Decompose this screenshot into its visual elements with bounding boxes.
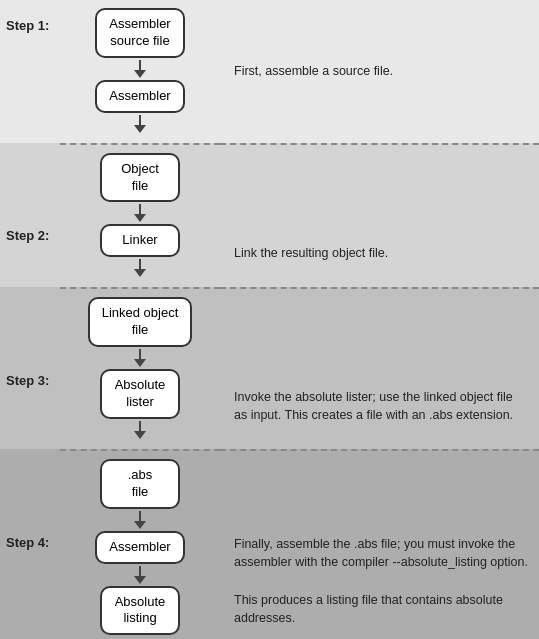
- linked-obj-file-flow: Linked objectfile: [60, 287, 220, 369]
- step3-divider-desc: [220, 287, 539, 369]
- step4-label: Step 4:: [0, 531, 60, 639]
- step2-label: Step 2:: [0, 224, 60, 287]
- arrow4: [134, 259, 146, 277]
- step4-description: Finally, assemble the .abs file; you mus…: [220, 531, 539, 639]
- divider-line-2b: [220, 287, 539, 289]
- absolute-listing-box: Absolutelisting: [100, 586, 180, 636]
- arrow1: [134, 60, 146, 78]
- step3-label: Step 3:: [0, 369, 60, 449]
- arrow2: [134, 115, 146, 133]
- step1-label: Step 1:: [0, 0, 60, 143]
- arrow6: [134, 421, 146, 439]
- assembler-box-1: Assembler: [95, 80, 184, 113]
- step4-label-spacer: [0, 449, 60, 531]
- step2-section: Step 2: Linker Link the resulting object…: [0, 224, 539, 287]
- step2-description: Link the resulting object file.: [220, 224, 539, 287]
- divider-line-1b: [220, 143, 539, 145]
- step3-flow: Absolutelister: [60, 369, 220, 449]
- diagram-container: Step 1: Assemblersource file Assembler F…: [0, 0, 539, 639]
- step2-step3-divider-region: Linked objectfile: [0, 287, 539, 369]
- step1-step2-divider-region: Objectfile: [0, 143, 539, 225]
- arrow8: [134, 566, 146, 584]
- absolute-lister-box: Absolutelister: [100, 369, 180, 419]
- assembler-source-file-box: Assemblersource file: [95, 8, 184, 58]
- step3-label-spacer: [0, 287, 60, 369]
- object-file-box: Objectfile: [100, 153, 180, 203]
- divider-line-1: [60, 143, 220, 145]
- divider-line-3: [60, 449, 220, 451]
- step3-step4-divider-region: .absfile: [0, 449, 539, 531]
- assembler-box-2: Assembler: [95, 531, 184, 564]
- step2-label-spacer: [0, 143, 60, 225]
- arrow7: [134, 511, 146, 529]
- divider-line-2: [60, 287, 220, 289]
- step4-section: Step 4: Assembler Absolutelisting Finall…: [0, 531, 539, 639]
- step1-description: First, assemble a source file.: [220, 0, 539, 143]
- step4-divider-desc: [220, 449, 539, 531]
- step3-section: Step 3: Absolutelister Invoke the absolu…: [0, 369, 539, 449]
- step1-section: Step 1: Assemblersource file Assembler F…: [0, 0, 539, 143]
- linked-object-file-box: Linked objectfile: [88, 297, 193, 347]
- arrow5: [134, 349, 146, 367]
- object-file-flow: Objectfile: [60, 143, 220, 225]
- step3-description: Invoke the absolute lister; use the link…: [220, 369, 539, 449]
- step2-label-area: [220, 143, 539, 225]
- divider-line-3b: [220, 449, 539, 451]
- step2-flow: Linker: [60, 224, 220, 287]
- step1-flow: Assemblersource file Assembler: [60, 0, 220, 143]
- abs-file-box: .absfile: [100, 459, 180, 509]
- arrow3: [134, 204, 146, 222]
- step4-flow: Assembler Absolutelisting: [60, 531, 220, 639]
- linker-box: Linker: [100, 224, 180, 257]
- abs-file-flow: .absfile: [60, 449, 220, 531]
